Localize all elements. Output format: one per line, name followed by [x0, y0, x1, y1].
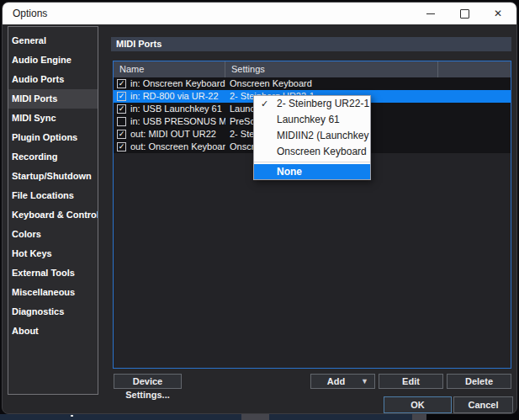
- port-settings: Onscreen Keyboard: [225, 77, 438, 90]
- minimize-button[interactable]: [414, 3, 448, 24]
- window-title: Options: [13, 3, 47, 24]
- add-button[interactable]: Add▼: [310, 374, 375, 389]
- background-app-bar: [0, 414, 412, 420]
- menu-item-onscreen-keyboard[interactable]: Onscreen Keyboard: [254, 144, 370, 160]
- chevron-down-icon: ▼: [361, 375, 368, 388]
- sidebar-item-hot-keys[interactable]: Hot Keys: [8, 244, 98, 263]
- device-settings-button[interactable]: Device Settings...: [114, 374, 182, 389]
- sidebar-item-keyboard-controls[interactable]: Keyboard & Controls: [8, 205, 98, 225]
- menu-item-2-steinberg-ur22-1[interactable]: ✓ 2- Steinberg UR22-1: [254, 96, 370, 112]
- sidebar-item-about[interactable]: About: [8, 322, 98, 341]
- menu-item-launchkey-61[interactable]: Launchkey 61: [254, 112, 370, 128]
- sidebar-item-midi-ports[interactable]: MIDI Ports: [8, 89, 98, 109]
- port-name: in: USB PRESONUS MIDI...: [130, 115, 225, 128]
- check-icon: ✓: [261, 96, 268, 112]
- port-enabled-checkbox[interactable]: [117, 117, 126, 126]
- sidebar-item-general[interactable]: General: [8, 31, 98, 51]
- cancel-button[interactable]: Cancel: [453, 396, 513, 413]
- category-sidebar: GeneralAudio EngineAudio PortsMIDI Ports…: [8, 26, 98, 395]
- sidebar-item-plugin-options[interactable]: Plugin Options: [8, 128, 98, 147]
- port-enabled-checkbox[interactable]: ✓: [117, 92, 126, 101]
- maximize-icon: [460, 9, 469, 19]
- port-enabled-checkbox[interactable]: ✓: [117, 142, 126, 152]
- section-header: MIDI Ports: [111, 37, 511, 51]
- port-name: in: USB Launchkey 61: [130, 103, 222, 115]
- port-enabled-checkbox[interactable]: ✓: [117, 79, 126, 88]
- sidebar-item-diagnostics[interactable]: Diagnostics: [8, 302, 98, 322]
- port-name: out: Onscreen Keyboard: [130, 141, 225, 153]
- column-header-name[interactable]: Name: [114, 61, 225, 77]
- options-dialog: Options ✕ GeneralAudio EngineAudio Ports…: [2, 2, 517, 414]
- menu-item-none[interactable]: None: [254, 164, 370, 179]
- sidebar-item-audio-engine[interactable]: Audio Engine: [8, 51, 98, 70]
- sidebar-item-startup-shutdown[interactable]: Startup/Shutdown: [8, 167, 98, 186]
- sidebar-item-file-locations[interactable]: File Locations: [8, 186, 98, 205]
- delete-button[interactable]: Delete: [447, 374, 511, 389]
- window-controls: ✕: [414, 3, 515, 24]
- background-app-segment: [412, 414, 426, 420]
- screen: Options ✕ GeneralAudio EngineAudio Ports…: [0, 0, 519, 420]
- background-dot: [71, 415, 73, 417]
- sidebar-item-colors[interactable]: Colors: [8, 225, 98, 244]
- table-header-row[interactable]: Name Settings: [114, 61, 511, 77]
- close-button[interactable]: ✕: [481, 3, 515, 24]
- background-app-segment: [241, 414, 269, 420]
- table-row[interactable]: ✓ in: Onscreen Keyboard Onscreen Keyboar…: [114, 77, 511, 90]
- port-name: out: MIDI OUT UR22: [130, 128, 216, 141]
- background-app-strip: [0, 414, 519, 420]
- sidebar-item-midi-sync[interactable]: MIDI Sync: [8, 109, 98, 128]
- port-enabled-checkbox[interactable]: ✓: [117, 104, 126, 114]
- port-name: in: Onscreen Keyboard: [130, 77, 225, 90]
- minimize-icon: [426, 13, 435, 14]
- sidebar-item-audio-ports[interactable]: Audio Ports: [8, 70, 98, 89]
- menu-item-midiin2-launchkey-61[interactable]: MIDIIN2 (Launchkey 61): [254, 128, 370, 144]
- column-header-empty[interactable]: [438, 61, 511, 77]
- port-enabled-checkbox[interactable]: ✓: [117, 130, 126, 139]
- port-name: in: RD-800 via UR-22: [130, 90, 219, 103]
- sidebar-item-miscellaneous[interactable]: Miscellaneous: [8, 283, 98, 302]
- add-button-label: Add: [327, 376, 345, 386]
- menu-separator: [254, 162, 370, 162]
- maximize-button[interactable]: [448, 3, 481, 24]
- ok-button[interactable]: OK: [384, 396, 452, 413]
- settings-dropdown-menu: ✓ 2- Steinberg UR22-1 Launchkey 61 MIDII…: [253, 95, 371, 180]
- edit-button[interactable]: Edit: [379, 374, 443, 389]
- sidebar-item-recording[interactable]: Recording: [8, 147, 98, 167]
- titlebar[interactable]: Options ✕: [3, 3, 516, 24]
- sidebar-item-external-tools[interactable]: External Tools: [8, 263, 98, 283]
- close-icon: ✕: [494, 8, 502, 19]
- column-header-settings[interactable]: Settings: [225, 61, 438, 77]
